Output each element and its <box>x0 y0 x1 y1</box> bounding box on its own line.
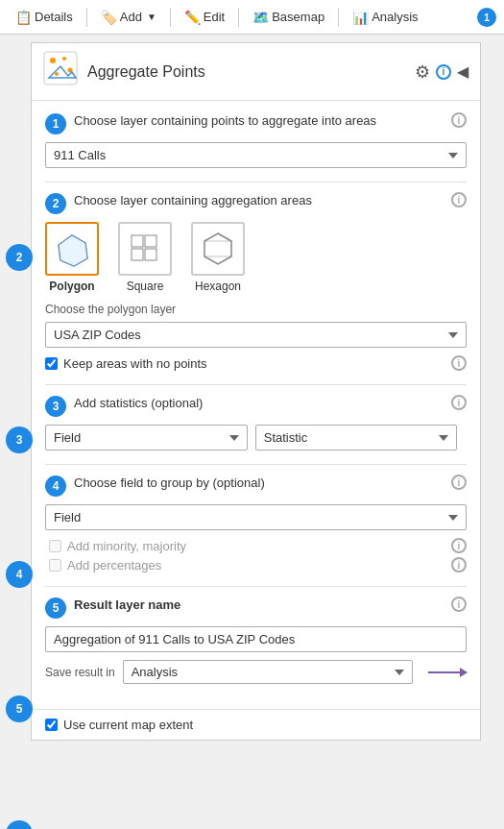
step-1-header: 1 Choose layer containing points to aggr… <box>45 112 467 134</box>
step-4: 4 Choose field to group by (optional) i … <box>45 475 467 573</box>
info-button-step4[interactable]: i <box>451 475 467 490</box>
edit-icon: ✏️ <box>184 10 201 25</box>
step-3-label: Add statistics (optional) <box>74 395 445 412</box>
toolbar-badge-number: 1 <box>484 12 490 23</box>
agg-type-polygon[interactable]: Polygon <box>45 222 99 293</box>
step-5: 5 Result layer name i Save result in Ana… <box>45 597 467 684</box>
keep-areas-label: Keep areas with no points <box>63 356 207 371</box>
step-1-number: 1 <box>45 113 66 134</box>
info-button-step3[interactable]: i <box>451 395 467 410</box>
separator-1 <box>86 8 87 27</box>
save-result-row: Save result in Analysis <box>45 660 467 684</box>
square-label: Square <box>127 280 164 293</box>
agg-type-square[interactable]: Square <box>118 222 172 293</box>
info-button-header[interactable]: i <box>436 64 451 80</box>
settings-button[interactable]: ⚙ <box>415 61 430 83</box>
hexagon-label: Hexagon <box>195 280 241 293</box>
analysis-button[interactable]: 📊 Analysis <box>345 6 425 29</box>
separator-4 <box>338 8 339 27</box>
step-2-label: Choose layer containing aggregation area… <box>74 192 445 209</box>
svg-line-15 <box>204 233 218 241</box>
info-button-minority[interactable]: i <box>451 538 467 553</box>
basemap-button[interactable]: 🗺️ Basemap <box>245 6 332 29</box>
bottom-row: Use current map extent <box>32 709 480 740</box>
panel-header-actions: ⚙ i ◀ <box>415 61 468 83</box>
polygon-layer-select[interactable]: USA ZIP Codes <box>45 322 467 348</box>
divider-4 <box>45 586 467 587</box>
info-button-step5[interactable]: i <box>451 597 467 612</box>
svg-point-2 <box>62 57 66 61</box>
use-current-extent-checkbox[interactable] <box>45 719 58 731</box>
statistic-select[interactable]: Statistic <box>255 425 458 451</box>
svg-marker-12 <box>204 233 231 264</box>
save-result-select[interactable]: Analysis <box>123 660 413 684</box>
svg-rect-10 <box>132 249 143 260</box>
step-1-label: Choose layer containing points to aggreg… <box>74 112 445 130</box>
info-button-percentages[interactable]: i <box>451 557 467 573</box>
add-button[interactable]: 🏷️ Add ▼ <box>93 6 164 29</box>
polygon-icon-box[interactable] <box>45 222 99 276</box>
side-badge-5: 5 <box>6 695 33 722</box>
svg-line-16 <box>218 233 231 241</box>
info-button-step1[interactable]: i <box>451 112 467 128</box>
divider-3 <box>45 464 467 465</box>
use-current-extent-label: Use current map extent <box>63 718 193 732</box>
separator-2 <box>170 8 171 27</box>
step-3-number: 3 <box>45 396 66 417</box>
agg-type-hexagon[interactable]: Hexagon <box>191 222 245 293</box>
add-percentages-row: Add percentages i <box>45 557 467 573</box>
step-4-info: i <box>451 475 467 490</box>
step-2-info: i <box>451 192 467 207</box>
add-percentages-checkbox[interactable] <box>49 559 61 572</box>
add-label: Add <box>120 10 142 24</box>
edit-label: Edit <box>204 10 225 24</box>
keep-areas-checkbox[interactable] <box>45 357 58 370</box>
divider-1 <box>45 182 467 183</box>
toolbar: 📋 Details 🏷️ Add ▼ ✏️ Edit 🗺️ Basemap 📊 … <box>0 0 504 35</box>
separator-3 <box>238 8 239 27</box>
step-1: 1 Choose layer containing points to aggr… <box>45 112 467 168</box>
back-button[interactable]: ◀ <box>457 62 468 81</box>
svg-rect-9 <box>145 235 156 247</box>
add-minority-checkbox[interactable] <box>49 540 61 552</box>
aggregate-points-panel: Aggregate Points ⚙ i ◀ 1 Choose layer co… <box>31 42 481 741</box>
svg-rect-8 <box>132 235 143 247</box>
panel-title: Aggregate Points <box>87 63 415 81</box>
step-5-info: i <box>451 597 467 612</box>
step-4-label: Choose field to group by (optional) <box>74 475 445 492</box>
basemap-label: Basemap <box>272 10 324 24</box>
details-button[interactable]: 📋 Details <box>8 6 81 29</box>
aggregation-types: Polygon Square <box>45 222 467 293</box>
svg-line-18 <box>218 256 231 264</box>
step-4-number: 4 <box>45 475 66 497</box>
step-5-header: 5 Result layer name i <box>45 597 467 619</box>
info-button-step2[interactable]: i <box>451 192 467 207</box>
svg-point-4 <box>55 72 59 76</box>
details-icon: 📋 <box>15 10 32 25</box>
step-2-number: 2 <box>45 193 66 214</box>
side-badge-2: 2 <box>6 244 33 271</box>
info-button-keep-areas[interactable]: i <box>451 355 467 371</box>
add-minority-row: Add minority, majority i <box>45 538 467 553</box>
step-3-info: i <box>451 395 467 410</box>
add-percentages-label: Add percentages <box>67 558 161 573</box>
analysis-label: Analysis <box>372 10 418 24</box>
step1-layer-select[interactable]: 911 Calls <box>45 142 467 168</box>
panel-header: Aggregate Points ⚙ i ◀ <box>32 43 480 101</box>
step-3-header: 3 Add statistics (optional) i <box>45 395 467 417</box>
step-5-label: Result layer name <box>74 597 445 614</box>
step-2: 2 Choose layer containing aggregation ar… <box>45 192 467 371</box>
side-badge-3: 3 <box>6 427 33 453</box>
side-badge-6: 6 <box>6 820 33 829</box>
add-icon: 🏷️ <box>101 10 117 25</box>
hexagon-icon-box[interactable] <box>191 222 245 276</box>
square-icon-box[interactable] <box>118 222 172 276</box>
edit-button[interactable]: ✏️ Edit <box>177 6 232 29</box>
step-5-container: 5 Result layer name i Save result in Ana… <box>45 597 467 697</box>
group-field-select[interactable]: Field <box>45 504 467 530</box>
field-select[interactable]: Field <box>45 425 248 451</box>
stats-row: Field Statistic <box>45 425 467 451</box>
add-minority-label: Add minority, majority <box>67 539 186 553</box>
result-name-input[interactable] <box>45 626 467 652</box>
analysis-icon: 📊 <box>352 10 369 25</box>
